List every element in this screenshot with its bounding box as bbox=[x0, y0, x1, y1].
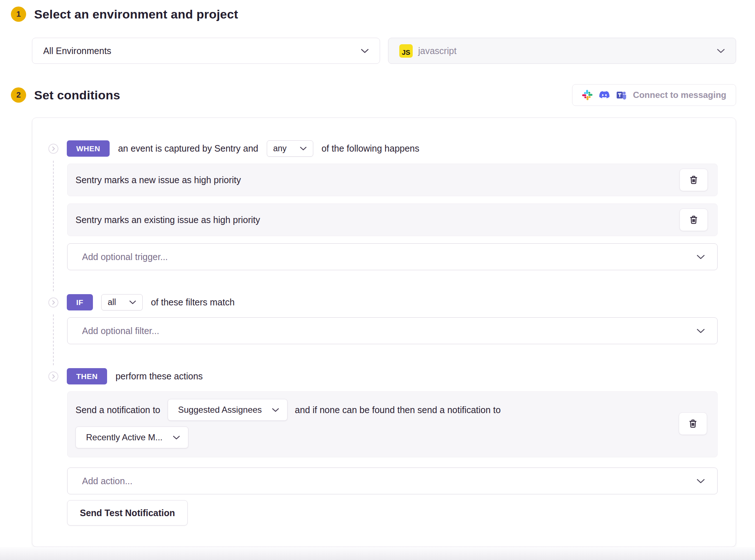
add-optional-trigger-placeholder: Add optional trigger... bbox=[82, 252, 168, 262]
if-match-select[interactable]: all bbox=[101, 294, 143, 310]
project-select-value: javascript bbox=[418, 46, 457, 56]
action-row: Send a notification to Suggested Assigne… bbox=[67, 391, 718, 457]
chevron-down-icon bbox=[717, 49, 725, 53]
ms-teams-icon bbox=[616, 90, 627, 100]
step-2-row: 2 Set conditions Connect to messaging bbox=[0, 84, 736, 106]
if-body: Add optional filter... bbox=[67, 317, 718, 344]
then-section: THEN perform these actions Send a notifi… bbox=[48, 368, 718, 526]
collapse-if-icon[interactable] bbox=[48, 297, 58, 308]
project-select[interactable]: JS javascript bbox=[388, 38, 736, 64]
then-badge: THEN bbox=[67, 368, 107, 384]
send-test-notification-button[interactable]: Send Test Notification bbox=[67, 500, 188, 526]
chevron-down-icon bbox=[173, 436, 180, 440]
fallback-target-value: Recently Active M... bbox=[86, 432, 163, 442]
condition-row: Sentry marks an existing issue as high p… bbox=[67, 203, 718, 236]
add-action-placeholder: Add action... bbox=[82, 476, 132, 486]
when-frequency-value: any bbox=[273, 144, 287, 153]
add-optional-filter-placeholder: Add optional filter... bbox=[82, 326, 159, 336]
connector-dashed-line bbox=[53, 161, 54, 291]
add-optional-trigger-select[interactable]: Add optional trigger... bbox=[67, 243, 718, 270]
discord-icon bbox=[599, 90, 610, 100]
then-text-after: perform these actions bbox=[115, 371, 203, 382]
step-2-header: 2 Set conditions bbox=[0, 87, 120, 103]
trash-icon bbox=[687, 418, 698, 429]
chevron-down-icon bbox=[697, 329, 705, 333]
chevron-down-icon bbox=[272, 408, 279, 412]
then-header: THEN perform these actions bbox=[48, 368, 718, 384]
when-frequency-select[interactable]: any bbox=[267, 140, 313, 157]
step-2-title: Set conditions bbox=[34, 88, 120, 102]
when-body: Sentry marks a new issue as high priorit… bbox=[67, 164, 718, 270]
delete-condition-button[interactable] bbox=[680, 169, 708, 191]
action-text-middle: and if none can be found then send a not… bbox=[295, 405, 501, 415]
if-header: IF all of these filters match bbox=[48, 294, 718, 310]
environment-select[interactable]: All Environments bbox=[32, 38, 380, 64]
notification-target-select[interactable]: Suggested Assignees bbox=[168, 399, 288, 421]
condition-label: Sentry marks a new issue as high priorit… bbox=[76, 175, 241, 185]
action-description: Send a notification to Suggested Assigne… bbox=[76, 399, 679, 448]
chevron-down-icon bbox=[300, 147, 307, 151]
collapse-then-icon[interactable] bbox=[48, 371, 58, 382]
trash-icon bbox=[688, 214, 699, 225]
slack-icon bbox=[582, 90, 593, 100]
environment-select-value: All Environments bbox=[43, 46, 111, 56]
step-1-header: 1 Select an environment and project bbox=[0, 7, 755, 22]
alert-rule-builder-page: 1 Select an environment and project All … bbox=[0, 0, 755, 560]
environment-project-row: All Environments JS javascript bbox=[32, 38, 736, 64]
condition-row: Sentry marks a new issue as high priorit… bbox=[67, 164, 718, 196]
fallback-target-select[interactable]: Recently Active M... bbox=[76, 427, 188, 448]
if-badge: IF bbox=[67, 294, 93, 310]
action-text-before: Send a notification to bbox=[76, 405, 160, 415]
chevron-down-icon bbox=[361, 49, 369, 53]
notification-target-value: Suggested Assignees bbox=[178, 405, 262, 415]
when-badge: WHEN bbox=[67, 140, 110, 157]
then-body: Send a notification to Suggested Assigne… bbox=[67, 391, 718, 526]
if-text-after: of these filters match bbox=[151, 297, 235, 308]
when-section: WHEN an event is captured by Sentry and … bbox=[48, 140, 718, 270]
step-1-number-badge: 1 bbox=[11, 7, 26, 22]
when-text-after: of the following happens bbox=[322, 143, 420, 154]
add-optional-filter-select[interactable]: Add optional filter... bbox=[67, 317, 718, 344]
when-header: WHEN an event is captured by Sentry and … bbox=[48, 140, 718, 157]
page-bottom-fade bbox=[0, 547, 755, 560]
action-line-2: Recently Active M... bbox=[76, 427, 679, 448]
condition-label: Sentry marks an existing issue as high p… bbox=[76, 215, 260, 225]
chevron-down-icon bbox=[697, 479, 705, 483]
connect-to-messaging-label: Connect to messaging bbox=[633, 90, 726, 100]
if-match-value: all bbox=[108, 297, 116, 307]
connect-to-messaging-button[interactable]: Connect to messaging bbox=[572, 84, 736, 106]
trash-icon bbox=[688, 174, 699, 185]
step-2-number-badge: 2 bbox=[11, 87, 26, 103]
when-text-before: an event is captured by Sentry and bbox=[118, 143, 258, 154]
delete-action-button[interactable] bbox=[679, 412, 707, 435]
add-action-select[interactable]: Add action... bbox=[67, 468, 718, 494]
if-section: IF all of these filters match Add option… bbox=[48, 294, 718, 344]
connector-dashed-line bbox=[53, 314, 54, 365]
step-1-title: Select an environment and project bbox=[34, 7, 238, 21]
delete-condition-button[interactable] bbox=[680, 209, 708, 231]
javascript-platform-icon: JS bbox=[399, 44, 413, 58]
action-line-1: Send a notification to Suggested Assigne… bbox=[76, 399, 679, 421]
collapse-when-icon[interactable] bbox=[48, 144, 58, 154]
chevron-down-icon bbox=[697, 255, 705, 259]
conditions-card: WHEN an event is captured by Sentry and … bbox=[32, 118, 736, 547]
chevron-down-icon bbox=[129, 300, 136, 304]
